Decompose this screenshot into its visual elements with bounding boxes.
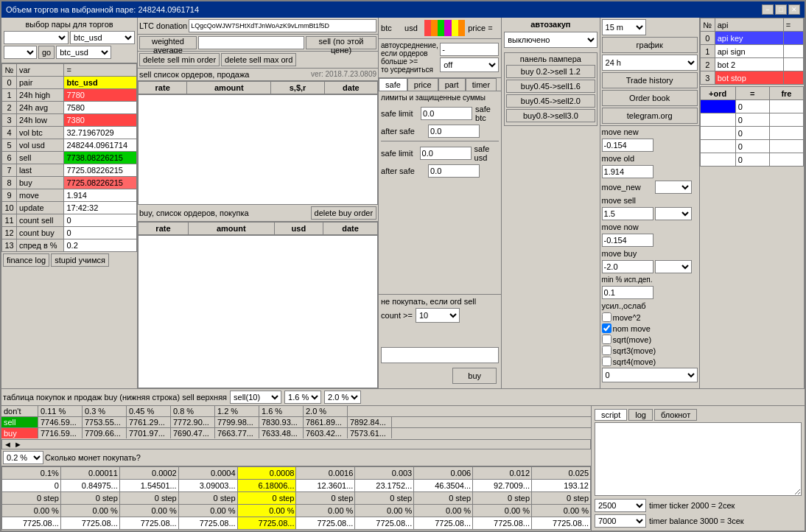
cb-move2[interactable]	[602, 312, 611, 322]
move-sell-val-row	[602, 207, 698, 220]
order-book-button[interactable]: Order book	[602, 90, 698, 106]
autoavg-input[interactable]	[440, 43, 499, 56]
close-button[interactable]: ✕	[788, 4, 800, 15]
buy-02-sell-button[interactable]: buy 0.2->sell 1.2	[506, 65, 595, 78]
cb-sqrt[interactable]	[602, 335, 611, 344]
autoavg-select[interactable]: off	[440, 57, 499, 72]
percent-select[interactable]: 0.2 %	[3, 451, 43, 464]
header-045: 0.45 %	[127, 406, 171, 416]
move-now-input[interactable]	[602, 234, 653, 247]
weighted-avg-row: weighted average sell (по этой цене)	[138, 35, 378, 52]
buy-button[interactable]: buy	[452, 368, 497, 384]
minimize-button[interactable]: −	[762, 4, 774, 15]
buy-045-sell20-button[interactable]: buy0.45->sell2.0	[506, 94, 595, 108]
after-safe-2-input[interactable]	[428, 164, 480, 178]
pair-dropdown-1[interactable]	[4, 31, 69, 44]
tab-safe[interactable]: safe	[379, 78, 407, 91]
pct1-select[interactable]: 1.6 %	[284, 391, 321, 404]
cb-sqrt4[interactable]	[602, 357, 611, 366]
count-select[interactable]: 10	[416, 308, 460, 323]
table-row: 3 24h low 7380	[2, 114, 137, 127]
tab-script[interactable]: script	[595, 409, 627, 421]
delete-sell-min-button[interactable]: delete sell min order	[139, 53, 220, 66]
sell-val-8: 7892.84...	[348, 417, 392, 427]
cb-sqrt4-row: sqrt4(move)	[602, 357, 698, 366]
buy-045-sell16-button[interactable]: buy0.45->sell1.6	[506, 80, 595, 93]
pair-dropdown-2[interactable]: btc_usd	[70, 31, 135, 44]
move-buy-label: move buy	[602, 249, 653, 258]
btc-label: btc	[381, 24, 403, 32]
stupid-button[interactable]: stupid учимся	[51, 253, 109, 267]
delete-buy-button[interactable]: delete buy order	[311, 206, 377, 220]
move-buy-input[interactable]	[602, 260, 653, 273]
weighted-avg-button[interactable]: weighted average	[139, 36, 197, 49]
donation-input[interactable]	[189, 19, 376, 32]
sell-count-select[interactable]: sell(10)	[230, 391, 281, 404]
sell-min-max-row: delete sell min order delete sell max or…	[138, 52, 378, 69]
go-button[interactable]: go	[38, 46, 55, 59]
cb-sqrt3[interactable]	[602, 346, 611, 355]
move-sell-input[interactable]	[602, 207, 653, 220]
eq-label: =	[488, 24, 499, 32]
sell-val-7: 7861.89...	[304, 417, 348, 427]
maximize-button[interactable]: □	[775, 4, 787, 15]
sell-val-3: 7761.29...	[127, 417, 171, 427]
buy-val-5: 7663.77...	[215, 428, 259, 438]
titlebar-buttons: − □ ✕	[762, 4, 800, 15]
header-dont: don't	[1, 406, 38, 416]
script-textarea[interactable]	[595, 422, 802, 496]
weighted-avg-input[interactable]	[198, 36, 304, 49]
move-old-input[interactable]	[602, 165, 653, 178]
calc-pct-row: 0.00 % 0.00 % 0.00 % 0.00 % 0.00 % 0.00 …	[2, 505, 591, 517]
after-safe-2-row: after safe	[381, 164, 499, 178]
min-dep-input[interactable]	[602, 286, 653, 299]
safe-limit-2-input[interactable]	[420, 147, 472, 160]
timer-ticker-select[interactable]: 2500	[595, 499, 646, 512]
usd-label: usd	[404, 24, 423, 32]
titlebar: Объем торгов на выбранной паре: 248244.0…	[1, 1, 805, 18]
move-old-val-row	[602, 165, 698, 178]
autoavg-inputs: off	[440, 43, 499, 72]
move-new-input[interactable]	[602, 139, 653, 152]
timer-balance-select[interactable]: 7000	[595, 514, 646, 528]
cb-nom[interactable]	[602, 323, 611, 333]
trade-history-button[interactable]: Trade history	[602, 72, 698, 88]
sell-label: sell	[1, 417, 38, 427]
timeframe-row: 15 m	[602, 19, 698, 35]
sell-price-button[interactable]: sell (по этой цене)	[306, 36, 376, 49]
data-table-header: № var =	[2, 64, 137, 77]
move-sell-select[interactable]	[655, 207, 692, 220]
autobuy-panel: автозакуп выключено панель памперa buy 0…	[502, 18, 600, 388]
timeframe-select[interactable]: 15 m	[602, 19, 646, 35]
scroll-bar[interactable]: ◄ ►	[1, 439, 591, 449]
after-safe-1-input[interactable]	[428, 125, 480, 138]
calc-price-row: 7725.08... 7725.08... 7725.08... 7725.08…	[2, 517, 591, 530]
tab-part[interactable]: part	[438, 78, 466, 91]
tab-log[interactable]: log	[628, 409, 653, 421]
header-12: 1.2 %	[215, 406, 259, 416]
buy-condition-input[interactable]	[381, 347, 499, 363]
finance-log-button[interactable]: finance log	[3, 253, 49, 267]
zero-select[interactable]: 0	[602, 368, 698, 382]
safe-limit-1-input[interactable]	[421, 107, 472, 120]
tab-price[interactable]: price	[407, 78, 438, 91]
tab-bloknot[interactable]: блокнот	[654, 409, 697, 421]
pair-dropdown-4[interactable]: btc_usd	[56, 46, 111, 59]
spacer2	[381, 325, 499, 347]
move-new2-select[interactable]	[655, 181, 692, 194]
delete-sell-max-button[interactable]: delete sell max ord	[221, 53, 296, 66]
table-row: 5 vol usd 248244.0961714	[2, 139, 137, 152]
pair-dropdown-3[interactable]	[4, 46, 37, 59]
table-row: 9 move 1.914	[2, 189, 137, 202]
sell-val-1: 7746.59...	[38, 417, 83, 427]
col-var-header: var	[17, 64, 64, 77]
pct2-select[interactable]: 2.0 %	[324, 391, 361, 404]
chart-button[interactable]: график	[602, 37, 698, 53]
telegram-button[interactable]: telegram.org	[602, 108, 698, 124]
tabs-row: safe price part timer	[379, 78, 501, 91]
tab-timer[interactable]: timer	[466, 78, 497, 91]
move-buy-select[interactable]	[655, 260, 692, 273]
buy-08-sell30-button[interactable]: buy0.8->sell3.0	[506, 109, 595, 122]
period-select[interactable]: 24 h	[602, 55, 698, 71]
autobuy-select[interactable]: выключено	[504, 32, 597, 48]
